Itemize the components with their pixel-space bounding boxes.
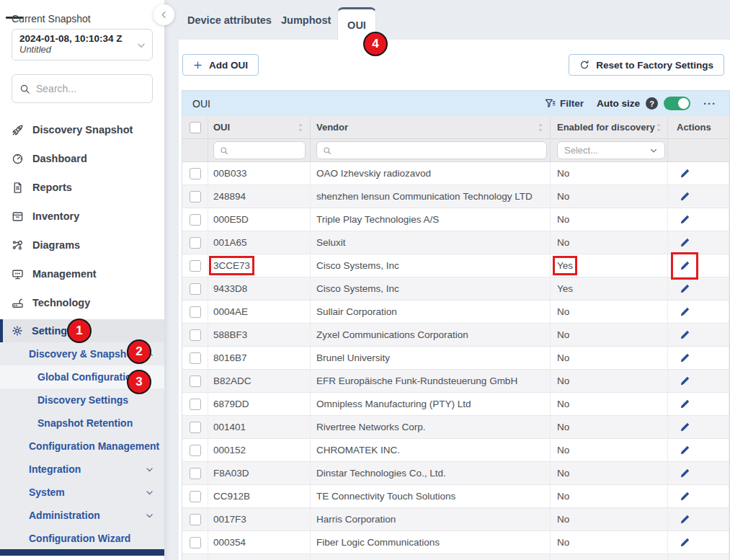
reset-factory-settings-button[interactable]: Reset to Factory Settings [569,54,724,76]
sidebar-item-label: Discovery Snapshot [32,124,133,135]
sidebar-item-configuration-wizard[interactable]: Configuration Wizard [0,527,164,550]
edit-row-button[interactable] [677,281,693,297]
sidebar-item-administration[interactable]: Administration [0,504,164,527]
sidebar-item-snapshot-retention[interactable]: Snapshot Retention [0,412,164,435]
edit-row-button[interactable] [677,419,693,435]
sort-icon[interactable] [297,123,304,132]
edit-row-button[interactable] [677,212,693,228]
edit-row-button[interactable] [677,558,693,560]
filter-icon[interactable] [545,98,556,109]
sidebar-item-technology[interactable]: Technology [0,288,164,317]
row-checkbox[interactable] [190,422,201,433]
sidebar-item-diagrams[interactable]: Diagrams [0,231,164,259]
vendor-cell: Rivertree Networks Corp. [316,422,426,432]
sidebar-item-integration[interactable]: Integration [0,458,164,481]
row-checkbox[interactable] [190,352,201,364]
row-checkbox[interactable] [190,399,201,410]
sort-icon[interactable] [537,123,544,132]
enabled-cell: No [557,168,569,179]
row-checkbox[interactable] [190,375,201,387]
sidebar-item-discovery-snapshot[interactable]: Discovery Snapshot [0,115,164,144]
help-icon[interactable]: ? [646,97,658,110]
snapshot-select-value: 2024-01-08, 10:10:34 Z [19,33,133,44]
enabled-cell: No [557,445,569,455]
tab-device-attributes[interactable]: Device attributes [187,0,272,40]
edit-row-button[interactable] [677,166,693,182]
enabled-cell: No [557,237,569,248]
vendor-cell: EFR Europäische Funk-Rundsteuerung GmbH [316,375,517,386]
tab-jumphost[interactable]: Jumphost [281,0,331,40]
edit-row-button[interactable] [677,512,693,528]
row-checkbox[interactable] [190,514,201,525]
pencil-icon [680,514,690,525]
submenu-item-label: Global Configuration [37,371,138,383]
autosize-toggle[interactable] [664,97,690,110]
vendor-filter-input[interactable] [336,145,540,156]
sidebar-item-configuration-management[interactable]: Configuration Management [0,435,164,458]
filter-button[interactable]: Filter [560,98,584,109]
enabled-cell: No [557,537,569,548]
edit-row-button[interactable] [677,535,693,551]
edit-row-button[interactable] [677,396,693,412]
edit-row-button[interactable] [677,373,693,389]
row-checkbox[interactable] [190,306,201,318]
edit-row-button[interactable] [677,189,693,205]
row-checkbox[interactable] [190,191,201,203]
oui-cell: 000152 [213,445,246,455]
column-header-vendor[interactable]: Vendor [316,122,348,133]
network-diagram-icon [12,239,24,252]
edit-row-button[interactable] [677,466,693,481]
edit-row-button[interactable] [677,489,693,505]
row-checkbox[interactable] [190,283,201,295]
edit-row-button[interactable] [677,327,693,343]
row-checkbox[interactable] [190,445,201,456]
oui-cell: 001401 [213,422,246,432]
submenu-item-label: Configuration Management [29,440,159,452]
sidebar-item-dashboard[interactable]: Dashboard [0,144,164,173]
column-header-enabled[interactable]: Enabled for discovery [557,122,655,133]
row-checkbox[interactable] [190,237,201,249]
sidebar-collapse-button[interactable] [153,4,174,25]
search-input[interactable] [36,83,145,94]
column-header-actions: Actions [677,122,711,133]
vendor-cell: Sullair Corporation [316,306,397,317]
table-row: 8016B7 Brunel University No [182,347,729,370]
table-header-row: OUI Vendor Enabled for discovery Actions [182,116,729,139]
row-checkbox[interactable] [190,214,201,226]
annotation-step-3: 3 [127,370,151,394]
oui-cell: 000E5D [213,214,249,225]
edit-row-button[interactable] [677,350,693,366]
row-checkbox[interactable] [190,491,201,502]
enabled-cell: No [557,329,569,340]
row-checkbox[interactable] [190,468,201,479]
edit-row-button[interactable] [677,235,693,251]
edit-row-button[interactable] [677,258,693,274]
edit-row-button[interactable] [677,304,693,320]
row-checkbox[interactable] [190,168,201,179]
sidebar-item-inventory[interactable]: Inventory [0,202,164,231]
enabled-filter-select[interactable]: Select... [557,141,665,159]
more-options-button[interactable]: ··· [703,97,721,110]
vendor-cell: Cisco Systems, Inc [316,283,399,294]
table-row: 6879DD Omnipless Manufacturing (PTY) Ltd… [182,393,729,416]
table-row: 3CCE73 Cisco Systems, Inc Yes [182,254,729,277]
sidebar-item-reports[interactable]: Reports [0,173,164,202]
row-checkbox[interactable] [190,537,201,548]
sidebar-item-management[interactable]: Management [0,259,164,288]
pencil-icon [680,375,690,386]
table-controls: Filter Auto size ? ··· [545,97,721,110]
edit-row-button[interactable] [677,443,693,458]
pencil-icon [680,445,690,455]
pencil-icon [680,191,690,202]
oui-filter-input[interactable] [233,145,299,156]
row-checkbox[interactable] [190,260,201,272]
sidebar-search [12,74,153,103]
column-header-oui[interactable]: OUI [213,122,230,133]
select-all-checkbox[interactable] [190,122,201,133]
snapshot-select[interactable]: 2024-01-08, 10:10:34 Z Untitled [12,29,153,61]
row-checkbox[interactable] [190,329,201,341]
sidebar-item-system[interactable]: System [0,481,164,504]
sort-icon[interactable] [655,123,662,132]
add-oui-button[interactable]: Add OUI [182,54,259,76]
enabled-cell: No [557,191,569,202]
